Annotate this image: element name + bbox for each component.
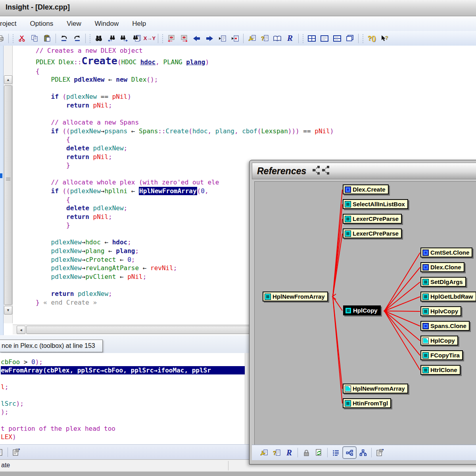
docked-pane-edge	[0, 46, 4, 335]
find-previous-icon[interactable]	[105, 33, 118, 44]
goto-definition-icon[interactable]	[216, 33, 228, 44]
ref-node-dlex-clone[interactable]: Dlex.Clone	[420, 262, 464, 272]
list-view-icon[interactable]	[330, 447, 342, 458]
ref-node-dlex-create[interactable]: Dlex.Create	[343, 184, 389, 194]
compare-forward-icon[interactable]	[178, 33, 190, 44]
context-help-doc-icon[interactable]: ?	[258, 33, 271, 44]
ref-node-hplgetlbdraw[interactable]: HplGetLbdRaw	[420, 292, 476, 301]
redo-icon[interactable]	[71, 33, 83, 44]
editor-vscrollbar[interactable]: ▲ ▼	[4, 46, 13, 323]
ref-node-lexercpreparse[interactable]: LexerCPreParse	[343, 214, 402, 224]
browse-icon[interactable]	[257, 447, 270, 458]
print-icon[interactable]	[0, 33, 6, 44]
hscroll-thumb[interactable]	[26, 326, 265, 334]
menu-window[interactable]: Window	[95, 20, 119, 28]
lock-icon[interactable]	[300, 447, 313, 458]
undo-icon[interactable]	[58, 33, 71, 44]
reference-tree-vertical-icon[interactable]	[357, 447, 369, 458]
navigate-back-icon[interactable]	[190, 33, 203, 44]
ref-node-label: HplNewFromArray	[273, 293, 325, 300]
function-icon	[345, 216, 351, 222]
menu-bar: roject Options View Window Help	[0, 16, 476, 31]
copy-icon[interactable]	[28, 33, 41, 44]
prototype-icon	[345, 386, 351, 392]
function-icon	[422, 367, 429, 373]
goto-reference-icon[interactable]	[228, 33, 241, 44]
function-icon	[345, 230, 351, 237]
ref-node-hplvcopy[interactable]: HplvCopy	[420, 306, 461, 316]
function-icon	[345, 307, 351, 314]
scroll-left-button[interactable]: ◄	[17, 326, 25, 334]
ref-node-cmtset-clone[interactable]: CmtSet.Clone	[420, 248, 472, 257]
ref-node-spans-clone[interactable]: Spans.Clone	[420, 321, 470, 331]
window-full-icon[interactable]	[318, 33, 331, 44]
function-icon	[345, 400, 351, 407]
ref-node-label: CmtSet.Clone	[430, 249, 469, 256]
browse-symbol-icon[interactable]	[246, 33, 258, 44]
method-icon	[345, 186, 351, 193]
function-icon	[422, 294, 429, 300]
status-text: ate	[1, 462, 10, 469]
ref-node-label: SelectAllInListBox	[353, 201, 405, 207]
symbol-browser-icon[interactable]	[271, 33, 284, 44]
references-title: References	[257, 166, 306, 177]
ref-node-hplcopy[interactable]: HplCopy	[420, 336, 458, 345]
window-title: Insight - [Dlex.cpp]	[6, 3, 70, 12]
find-in-files-icon[interactable]	[131, 33, 143, 44]
ref-node-label: Spans.Clone	[430, 322, 466, 329]
paste-icon[interactable]	[41, 33, 54, 44]
window-cascade-icon[interactable]	[344, 33, 356, 44]
scroll-down-button[interactable]: ▼	[4, 306, 12, 315]
ref-node-hplnewfromarray[interactable]: HplNewFromArray	[343, 384, 408, 393]
context-help-doc-icon[interactable]: ?	[270, 447, 283, 458]
method-icon	[422, 250, 429, 256]
find-icon[interactable]	[92, 33, 105, 44]
method-icon	[422, 323, 429, 329]
function-icon	[422, 308, 429, 315]
docked-pane-selection-mark	[0, 173, 2, 178]
cut-icon[interactable]	[15, 33, 28, 44]
svg-text:?: ?	[385, 35, 388, 41]
ref-node-label: HtinFromTgl	[353, 400, 388, 407]
svg-text:?: ?	[261, 35, 265, 42]
references-icon[interactable]: R	[284, 33, 296, 44]
vscroll-thumb[interactable]	[4, 85, 12, 305]
references-title-bar[interactable]: References	[252, 163, 476, 179]
menu-project[interactable]: roject	[0, 20, 17, 28]
prototype-icon	[422, 338, 429, 344]
reference-tree-horizontal-icon[interactable]	[342, 446, 357, 459]
scroll-up-button[interactable]: ▲	[4, 75, 12, 84]
context-tab-label: nce in Plex.c (toolbox) at line 153	[2, 342, 95, 349]
context-help-icon[interactable]: ?()	[365, 33, 378, 44]
ref-node-htinfromtgl[interactable]: HtinFromTgl	[343, 398, 391, 408]
ref-node-label: SetDlgArgs	[430, 278, 463, 285]
ref-node-setdlgargs[interactable]: SetDlgArgs	[420, 277, 466, 287]
ref-node-lexercpreparse[interactable]: LexerCPreParse	[343, 228, 402, 238]
ref-node-hplcopy[interactable]: HplCopy	[343, 305, 381, 315]
context-window-tab[interactable]: nce in Plex.c (toolbox) at line 153	[0, 340, 103, 352]
help-pointer-icon[interactable]: ?	[378, 33, 391, 44]
reference-tree-icon	[312, 165, 330, 177]
properties-icon[interactable]	[374, 447, 386, 458]
references-icon[interactable]: R	[283, 447, 296, 458]
properties-icon[interactable]	[10, 447, 23, 458]
window-grid-icon[interactable]	[305, 33, 318, 44]
replace-icon[interactable]: X→Y	[143, 33, 156, 44]
navigate-forward-icon[interactable]	[203, 33, 216, 44]
ref-node-hplnewfromarray[interactable]: HplNewFromArray	[263, 292, 328, 301]
refresh-icon[interactable]	[313, 447, 325, 458]
function-icon	[265, 294, 271, 300]
menu-view[interactable]: View	[67, 20, 81, 28]
ref-node-htrlclone[interactable]: HtrlClone	[420, 365, 461, 375]
menu-options[interactable]: Options	[30, 20, 54, 28]
references-window[interactable]: References Dlex.CreateSelectAllInListBox…	[249, 160, 476, 464]
menu-help[interactable]: Help	[132, 20, 146, 28]
document-icon[interactable]	[0, 447, 6, 458]
ref-node-fcopytira[interactable]: FCopyTira	[420, 350, 463, 360]
references-canvas[interactable]: Dlex.CreateSelectAllInListBoxLexerCPrePa…	[254, 181, 476, 445]
ref-node-selectallinlistbox[interactable]: SelectAllInListBox	[343, 199, 408, 209]
compare-back-icon[interactable]	[165, 33, 178, 44]
find-next-icon[interactable]	[118, 33, 131, 44]
ref-node-label: Dlex.Clone	[430, 264, 461, 271]
window-split-icon[interactable]	[331, 33, 344, 44]
